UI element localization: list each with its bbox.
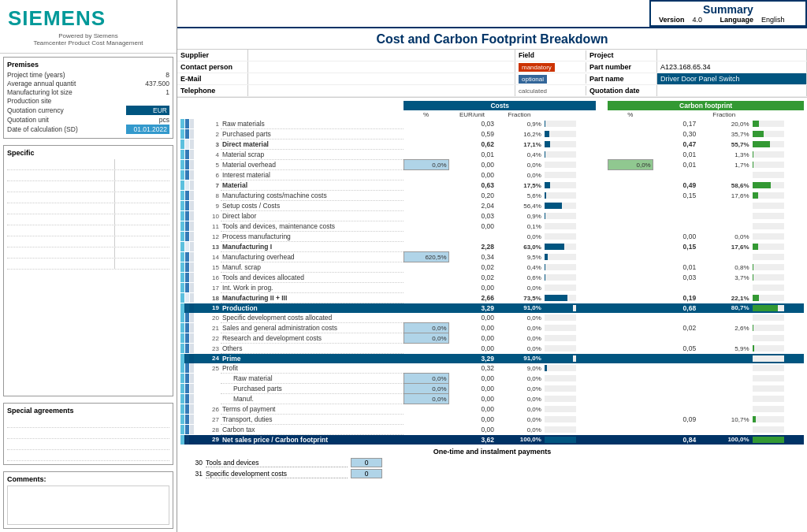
carbon-bar <box>751 374 804 384</box>
row-number: 20 <box>202 313 221 323</box>
carbon-pct-input <box>608 232 653 242</box>
row-number: 2 <box>202 129 221 140</box>
cost-bar <box>543 211 596 221</box>
row-description: Manufacturing costs/machine costs <box>221 191 404 201</box>
table-row: 22Research and development costs0,0%0,00… <box>180 333 804 344</box>
carbon-pct-input <box>608 313 653 323</box>
cost-bar <box>543 303 596 314</box>
carbon-pct-input <box>608 384 653 394</box>
carbon-pct-input[interactable]: 0,0% <box>608 160 653 170</box>
column-header-row: Costs Carbon footprint <box>180 101 804 110</box>
premises-row: Date of calculation (SD) 01.01.2022 <box>7 125 169 134</box>
carbon-fraction: 17,6% <box>697 191 750 201</box>
eur-unit-value: 0,02 <box>448 262 496 273</box>
carbon-pct-input <box>608 211 653 221</box>
cost-fraction: 0,0% <box>496 394 543 404</box>
main-content: Summary Version 4.0 Language English Cos… <box>177 0 807 532</box>
cost-bar <box>543 273 596 283</box>
cost-pct-input[interactable]: 0,0% <box>404 374 448 384</box>
cost-pct-input[interactable]: 0,0% <box>404 160 448 170</box>
row-number: 16 <box>202 273 221 283</box>
carbon-value: 0,09 <box>653 415 697 425</box>
carbon-fraction: 0,0% <box>697 232 750 242</box>
indent-decoration <box>180 425 202 435</box>
carbon-value: 0,30 <box>653 129 697 140</box>
cost-pct-input <box>404 170 448 180</box>
cost-pct-input[interactable]: 0,0% <box>404 323 448 333</box>
row-number: 25 <box>202 363 221 374</box>
cost-bar <box>543 283 596 293</box>
comments-box[interactable] <box>7 485 169 525</box>
carbon-value <box>653 425 697 435</box>
cost-pct-input <box>404 303 448 314</box>
row-description: Prime <box>221 354 404 364</box>
row-description: Purchased parts <box>221 384 404 394</box>
table-row: 26Terms of payment0,000,0% <box>180 404 804 415</box>
table-row: 3Direct material0,6217,1%0,4755,7% <box>180 140 804 150</box>
info-right: Project Part number A123.168.65.34 Part … <box>586 50 807 97</box>
carbon-pct-input <box>608 404 653 415</box>
comments-title: Comments: <box>7 475 169 483</box>
cost-pct-input <box>404 211 448 221</box>
carbon-pct-input <box>608 344 653 354</box>
row-description: Specific development costs allocated <box>221 313 404 323</box>
cost-pct-input <box>404 242 448 252</box>
quotation-date-row: Quotation date <box>586 85 807 97</box>
row-description: Terms of payment <box>221 404 404 415</box>
indent-decoration <box>180 344 202 354</box>
cost-pct-input[interactable]: 0,0% <box>404 394 448 404</box>
table-row: Raw material0,0%0,000,0% <box>180 374 804 384</box>
eur-unit-value: 0,00 <box>448 384 496 394</box>
carbon-fraction: 80,7% <box>697 303 750 314</box>
carbon-fraction: 35,7% <box>697 129 750 140</box>
cost-fraction: 0,0% <box>496 283 543 293</box>
carbon-value: 0,01 <box>653 160 697 170</box>
table-area[interactable]: Costs Carbon footprint % EUR/unit Fracti… <box>177 98 807 532</box>
indent-decoration <box>180 303 202 314</box>
row-description: Transport, duties <box>221 415 404 425</box>
eur-unit-value: 0,00 <box>448 425 496 435</box>
cost-pct-input[interactable]: 0,0% <box>404 333 448 344</box>
carbon-fraction <box>697 283 750 293</box>
part-number-row: Part number A123.168.65.34 <box>586 61 807 73</box>
cost-bar <box>543 415 596 425</box>
table-row: 16Tools and devices allocated0,020,6%0,0… <box>180 273 804 283</box>
eur-unit-value: 0,00 <box>448 333 496 344</box>
carbon-pct-input <box>608 262 653 273</box>
cost-pct-input <box>404 273 448 283</box>
one-time-title: One-time and instalment payments <box>187 448 798 456</box>
row-number: 24 <box>202 354 221 364</box>
main-layout: SIEMENS Powered by Siemens Teamcenter Pr… <box>0 0 807 532</box>
carbon-fraction <box>697 201 750 211</box>
cost-fraction: 0,0% <box>496 415 543 425</box>
cost-pct-input <box>404 191 448 201</box>
cost-pct-input[interactable]: 0,0% <box>404 384 448 394</box>
row-number: 6 <box>202 170 221 180</box>
special-row <box>7 417 169 428</box>
carbon-bar <box>751 221 804 232</box>
cost-pct-input <box>404 201 448 211</box>
cost-pct-input[interactable]: 620,5% <box>404 252 448 262</box>
eur-unit-value: 0,00 <box>448 170 496 180</box>
table-row: 14Manufacturing overhead620,5%0,349,5% <box>180 252 804 262</box>
carbon-pct-input <box>608 333 653 344</box>
table-row: 8Manufacturing costs/machine costs0,205,… <box>180 191 804 201</box>
eur-unit-value: 2,66 <box>448 293 496 303</box>
carbon-bar <box>751 293 804 303</box>
sub-header-row: % EUR/unit Fraction % Fraction <box>180 110 804 119</box>
cost-pct-input <box>404 232 448 242</box>
cost-bar <box>543 140 596 150</box>
row-number: 14 <box>202 252 221 262</box>
eur-unit-value: 0,00 <box>448 394 496 404</box>
comments-section: Comments: <box>3 471 173 529</box>
carbon-value <box>653 394 697 404</box>
summary-box: Summary Version 4.0 Language English <box>649 0 807 27</box>
carbon-pct-input <box>608 293 653 303</box>
indent-decoration <box>180 232 202 242</box>
row-description: Research and development costs <box>221 333 404 344</box>
table-row: 4Material scrap0,010,4%0,011,3% <box>180 150 804 160</box>
indent-decoration <box>180 283 202 293</box>
row-description: Process manufacturing <box>221 232 404 242</box>
row-description: Manuf. <box>221 394 404 404</box>
eur-unit-value: 3,29 <box>448 303 496 314</box>
